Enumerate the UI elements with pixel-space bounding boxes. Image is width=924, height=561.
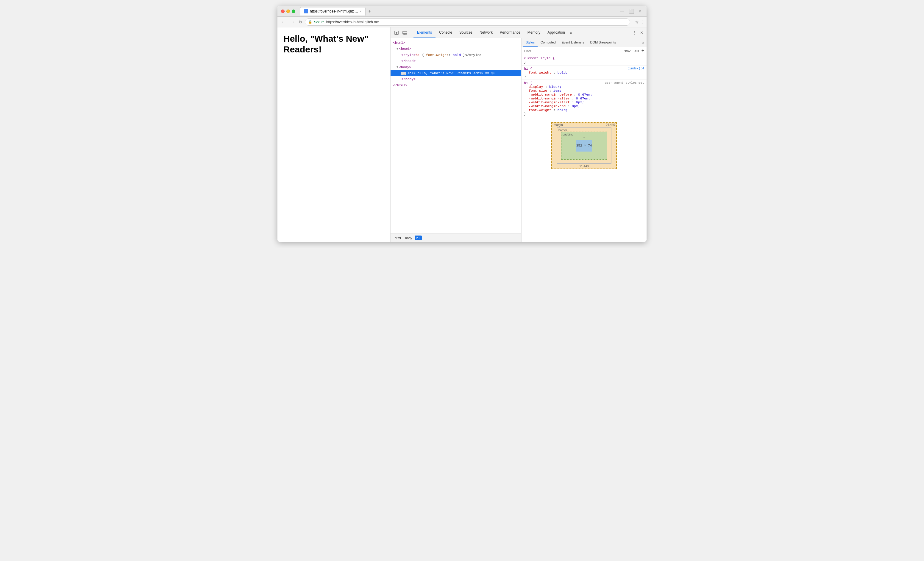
inspector-icon[interactable] bbox=[393, 29, 400, 36]
subtab-dom-breakpoints[interactable]: DOM Breakpoints bbox=[587, 38, 619, 47]
title-bar: https://overrides-in-html.glitc… × + — ⬜… bbox=[278, 6, 646, 16]
browser-window: https://overrides-in-html.glitc… × + — ⬜… bbox=[278, 6, 646, 242]
tab-close-button[interactable]: × bbox=[360, 10, 362, 13]
box-model-section: margin 21.440 21.440 - - border - bbox=[522, 117, 646, 174]
html-line-head-close[interactable]: </head> bbox=[390, 58, 521, 64]
traffic-lights bbox=[281, 9, 295, 13]
tab-sources[interactable]: Sources bbox=[456, 27, 476, 38]
html-line-html[interactable]: <html> bbox=[390, 40, 521, 46]
page-viewport: Hello, "What's New"Readers! bbox=[278, 27, 390, 242]
tab-favicon bbox=[304, 9, 308, 14]
url-actions: ☆ ⋮ bbox=[635, 20, 644, 24]
breadcrumb-h1[interactable]: h1 bbox=[415, 236, 422, 240]
filter-cls-button[interactable]: .cls bbox=[633, 48, 640, 53]
style-selector-h1: h1 { bbox=[524, 67, 532, 70]
subtab-styles[interactable]: Styles bbox=[523, 38, 538, 47]
devtools-menu-button[interactable]: ⋮ bbox=[632, 29, 638, 36]
style-value-margin-start: 0px; bbox=[576, 100, 584, 104]
border-value: - bbox=[609, 144, 610, 147]
new-tab-button[interactable]: + bbox=[366, 7, 374, 15]
html-line-body[interactable]: ▼ <body> bbox=[390, 64, 521, 70]
styles-sub-tabs: Styles Computed Event Listeners DOM Brea… bbox=[522, 38, 646, 47]
url-text: https://overrides-in-html.glitch.me bbox=[326, 20, 379, 24]
page-heading: Hello, "What's New"Readers! bbox=[284, 33, 384, 55]
padding-label: padding bbox=[562, 133, 573, 136]
back-button[interactable]: ← bbox=[280, 19, 287, 25]
window-close[interactable]: × bbox=[637, 8, 643, 14]
svg-rect-2 bbox=[404, 34, 405, 34]
more-options-button[interactable]: ⋮ bbox=[640, 20, 644, 24]
toolbar-separator bbox=[411, 30, 411, 36]
minimize-traffic-light[interactable] bbox=[286, 9, 290, 13]
margin-value-left: - bbox=[553, 144, 554, 147]
style-rule-h1-custom: (index):4 h1 { font-weight : bold; } bbox=[522, 66, 646, 80]
address-bar: ← → ↻ 🔒 Secure https://overrides-in-html… bbox=[278, 16, 646, 27]
margin-label: margin bbox=[554, 123, 563, 126]
close-traffic-light[interactable] bbox=[281, 9, 285, 13]
elements-content[interactable]: <html> ▼ <head> <style>h1 { font-weight:… bbox=[390, 38, 521, 234]
url-bar[interactable]: 🔒 Secure https://overrides-in-html.glitc… bbox=[305, 18, 630, 26]
subtab-computed[interactable]: Computed bbox=[538, 38, 559, 47]
window-minimize[interactable]: — bbox=[618, 8, 626, 14]
html-line-style[interactable]: <style>h1 { font-weight: bold }</style> bbox=[390, 52, 521, 58]
style-prop-fontweight: font-weight bbox=[524, 70, 551, 75]
more-subtabs-button[interactable]: » bbox=[641, 39, 645, 46]
style-prop-fontweight-ua: font-weight bbox=[524, 108, 551, 112]
margin-value-right: - bbox=[614, 144, 615, 147]
tab-console[interactable]: Console bbox=[435, 27, 456, 38]
style-rule-element: element.style { } bbox=[522, 55, 646, 66]
margin-value-top: 21.440 bbox=[606, 123, 615, 126]
box-model: margin 21.440 21.440 - - border - bbox=[551, 122, 617, 169]
style-selector-h1-ua: h1 { bbox=[524, 81, 532, 85]
filter-bar: :hov .cls + bbox=[522, 47, 646, 55]
breadcrumb-html[interactable]: html bbox=[393, 236, 403, 240]
subtab-event-listeners[interactable]: Event Listeners bbox=[559, 38, 587, 47]
tab-elements[interactable]: Elements bbox=[414, 27, 435, 38]
style-close-brace: } bbox=[524, 60, 526, 64]
window-controls: — ⬜ × bbox=[618, 8, 643, 14]
tab-performance[interactable]: Performance bbox=[496, 27, 524, 38]
secure-lock-icon: 🔒 bbox=[308, 20, 312, 24]
style-value-bold: bold; bbox=[558, 70, 568, 75]
style-prop-margin-end: -webkit-margin-end bbox=[524, 104, 566, 108]
style-value-bold-ua: bold; bbox=[558, 108, 568, 112]
content-size: 352 × 74 bbox=[576, 144, 592, 147]
styles-panel: Styles Computed Event Listeners DOM Brea… bbox=[522, 38, 646, 242]
html-line-html-close[interactable]: </html> bbox=[390, 82, 521, 88]
more-tabs-button[interactable]: » bbox=[568, 27, 573, 38]
ellipsis-button[interactable]: ... bbox=[401, 72, 406, 75]
devtools-panel: Elements Console Sources Network Perform… bbox=[390, 27, 646, 242]
bookmark-button[interactable]: ☆ bbox=[635, 20, 639, 24]
content-dash-top: - bbox=[583, 136, 585, 139]
html-line-head[interactable]: ▼ <head> bbox=[390, 46, 521, 52]
style-rule-h1-useragent: user agent stylesheet h1 { display : blo… bbox=[522, 80, 646, 117]
style-prop-margin-before: -webkit-margin-before bbox=[524, 93, 572, 96]
style-value-block: block; bbox=[549, 85, 561, 89]
filter-input[interactable] bbox=[524, 49, 621, 53]
devtools-nav-tabs: Elements Console Sources Network Perform… bbox=[414, 27, 630, 38]
breadcrumb-body[interactable]: body bbox=[404, 236, 414, 240]
tab-application[interactable]: Application bbox=[544, 27, 568, 38]
device-icon[interactable] bbox=[401, 29, 408, 36]
box-model-padding: padding - - 352 × 74 bbox=[561, 132, 607, 160]
maximize-traffic-light[interactable] bbox=[292, 9, 295, 13]
forward-button[interactable]: → bbox=[290, 19, 297, 25]
style-prop-margin-start: -webkit-margin-start bbox=[524, 100, 570, 104]
active-tab[interactable]: https://overrides-in-html.glitc… × bbox=[300, 7, 366, 15]
padding-value: - bbox=[604, 144, 606, 147]
margin-value-bottom: 21.440 bbox=[580, 165, 589, 168]
refresh-button[interactable]: ↻ bbox=[299, 20, 303, 24]
html-line-body-close[interactable]: </body> bbox=[390, 76, 521, 82]
style-source-index[interactable]: (index):4 bbox=[627, 67, 644, 70]
window-restore[interactable]: ⬜ bbox=[627, 8, 636, 14]
box-model-border: border - padding - - bbox=[556, 128, 611, 164]
style-source-ua: user agent stylesheet bbox=[605, 81, 644, 85]
tab-memory[interactable]: Memory bbox=[524, 27, 544, 38]
tab-network[interactable]: Network bbox=[476, 27, 496, 38]
html-line-h1[interactable]: ... <h1>Hello, "What's New" Readers!</h1… bbox=[390, 70, 521, 76]
devtools-close-button[interactable]: × bbox=[639, 29, 644, 37]
elements-panel: <html> ▼ <head> <style>h1 { font-weight:… bbox=[390, 38, 522, 242]
filter-add-button[interactable]: + bbox=[641, 48, 644, 54]
style-prop-fontsize: font-size bbox=[524, 89, 547, 93]
filter-hov-button[interactable]: :hov bbox=[623, 48, 632, 53]
